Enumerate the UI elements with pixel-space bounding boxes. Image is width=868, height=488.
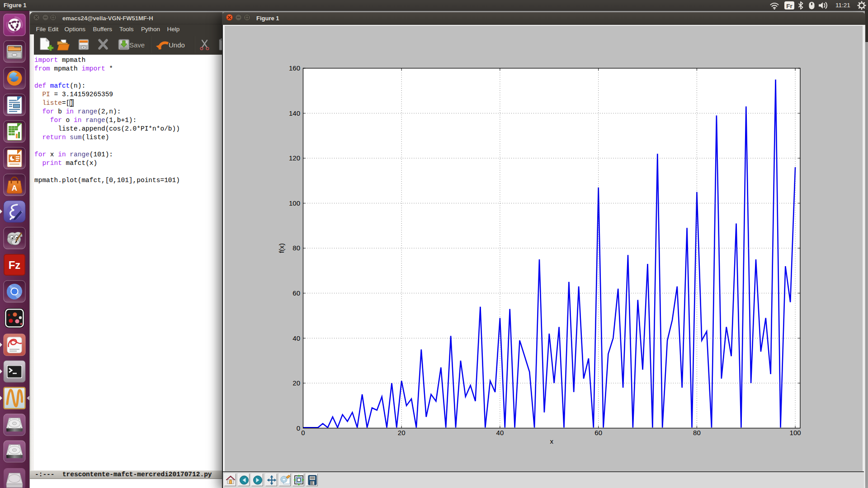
svg-text:0: 0 bbox=[301, 429, 305, 436]
svg-text:80: 80 bbox=[292, 244, 300, 252]
svg-text:60: 60 bbox=[292, 289, 300, 297]
svg-text:140: 140 bbox=[289, 109, 300, 117]
svg-text:Save: Save bbox=[129, 41, 145, 49]
svg-text:A: A bbox=[12, 184, 17, 192]
svg-text:80: 80 bbox=[693, 429, 701, 436]
svg-text:Fr: Fr bbox=[786, 3, 793, 9]
svg-text:40: 40 bbox=[292, 334, 300, 342]
svg-text:Fz: Fz bbox=[9, 259, 21, 271]
svg-text:160: 160 bbox=[289, 64, 300, 72]
svg-text:20: 20 bbox=[292, 379, 300, 387]
svg-text:x: x bbox=[550, 437, 553, 445]
svg-text:f(x): f(x) bbox=[278, 243, 285, 253]
svg-text:60: 60 bbox=[594, 429, 602, 436]
svg-text:120: 120 bbox=[289, 154, 300, 162]
svg-text:Undo: Undo bbox=[169, 41, 185, 49]
svg-text:20: 20 bbox=[398, 429, 406, 436]
svg-text:0: 0 bbox=[297, 424, 300, 432]
svg-text:100: 100 bbox=[790, 429, 801, 436]
svg-text:100: 100 bbox=[289, 199, 300, 207]
svg-text:40: 40 bbox=[496, 429, 504, 436]
